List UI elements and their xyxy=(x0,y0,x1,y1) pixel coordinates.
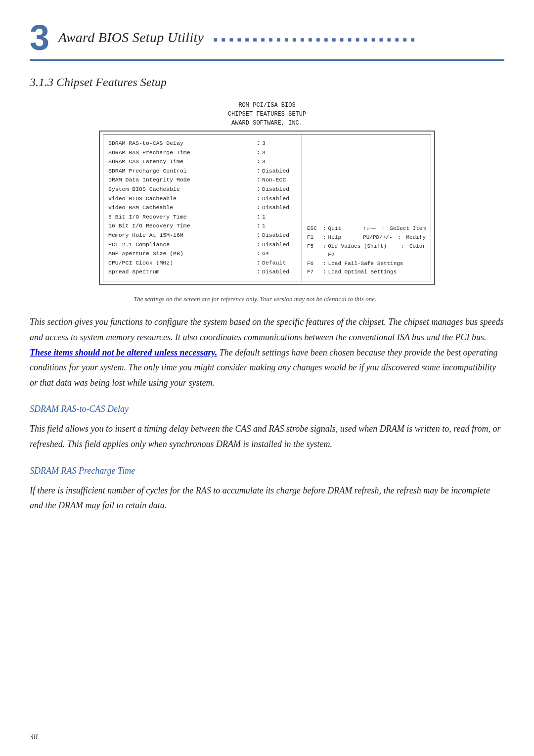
bios-field-row: SDRAM RAS-to-CAS Delay : 3 xyxy=(108,139,297,148)
bios-field-row: PCI 2.1 Compliance : Disabled xyxy=(108,240,297,250)
reference-note: The settings on the screen are for refer… xyxy=(94,294,440,304)
bios-screen-container: ROM PCI/ISA BIOS CHIPSET FEATURES SETUP … xyxy=(30,101,504,285)
chapter-number: 3 xyxy=(30,20,49,55)
header-dots-inline: ■ ■ ■ ■ ■ ■ ■ ■ ■ ■ ■ ■ ■ ■ ■ ■ ■ ■ ■ ■ … xyxy=(214,36,416,44)
bios-field-row: 16 Bit I/O Recovery Time : 1 xyxy=(108,222,297,231)
bios-table: SDRAM RAS-to-CAS Delay : 3 SDRAM RAS Pre… xyxy=(99,131,435,285)
header-title-area: Award BIOS Setup Utility ■ ■ ■ ■ ■ ■ ■ ■… xyxy=(58,30,504,45)
bios-field-row: DRAM Data Integrity Mode : Non-ECC xyxy=(108,176,297,185)
bios-field-row: CPU/PCI Clock (MHz) : Default xyxy=(108,259,297,268)
bios-field-row: AGP Aperture Size (MB) : 64 xyxy=(108,249,297,259)
body-paragraph: This section gives you functions to conf… xyxy=(30,314,504,390)
bios-field-row: Memory Hole At 15M-16M : Disabled xyxy=(108,231,297,240)
page-header: 3 Award BIOS Setup Utility ■ ■ ■ ■ ■ ■ ■… xyxy=(30,20,504,61)
subsection2-title: SDRAM RAS Precharge Time xyxy=(30,466,504,476)
section-title: 3.1.3 Chipset Features Setup xyxy=(30,76,504,89)
bios-field-row: System BIOS Cacheable : Disabled xyxy=(108,185,297,194)
subsection1-body: This field allows you to insert a timing… xyxy=(30,421,504,451)
bios-nav-row: F1 : Help PU/PD/+/- : Modify xyxy=(307,233,426,242)
bios-nav-row: F6 : Load Fail-Safe Settings xyxy=(307,260,426,268)
subsection2-body: If there is insufficient number of cycle… xyxy=(30,483,504,513)
bios-nav-row: F5 : Old Values (Shift) F2 : Color xyxy=(307,242,426,260)
bios-field-row: SDRAM Precharge Control : Disabled xyxy=(108,167,297,176)
bios-navigation: ESC : Quit ↑↓→← : Select Item F1 : Help … xyxy=(307,224,426,277)
bios-field-row: Spread Spectrum : Disabled xyxy=(108,267,297,277)
highlighted-text: These items should not be altered unless… xyxy=(30,348,217,357)
header-title: Award BIOS Setup Utility ■ ■ ■ ■ ■ ■ ■ ■… xyxy=(58,30,504,45)
bios-nav-panel: ESC : Quit ↑↓→← : Select Item F1 : Help … xyxy=(302,135,431,281)
subsection1-title: SDRAM RAS-to-CAS Delay xyxy=(30,404,504,414)
page-number: 38 xyxy=(30,732,38,741)
bios-fields-panel: SDRAM RAS-to-CAS Delay : 3 SDRAM RAS Pre… xyxy=(103,135,302,281)
bios-field-row: SDRAM RAS Precharge Time : 3 xyxy=(108,148,297,158)
bios-field-row: Video RAM Cacheable : Disabled xyxy=(108,203,297,213)
bios-inner: SDRAM RAS-to-CAS Delay : 3 SDRAM RAS Pre… xyxy=(103,134,431,281)
bios-nav-row: ESC : Quit ↑↓→← : Select Item xyxy=(307,224,426,233)
bios-screen-header: ROM PCI/ISA BIOS CHIPSET FEATURES SETUP … xyxy=(228,101,306,128)
bios-nav-row: F7 : Load Optimal Settings xyxy=(307,268,426,277)
bios-field-row: SDRAM CAS Latency Time : 3 xyxy=(108,157,297,167)
bios-field-row: Video BIOS Cacheable : Disabled xyxy=(108,194,297,204)
bios-field-row: 8 Bit I/O Recovery Time : 1 xyxy=(108,213,297,222)
